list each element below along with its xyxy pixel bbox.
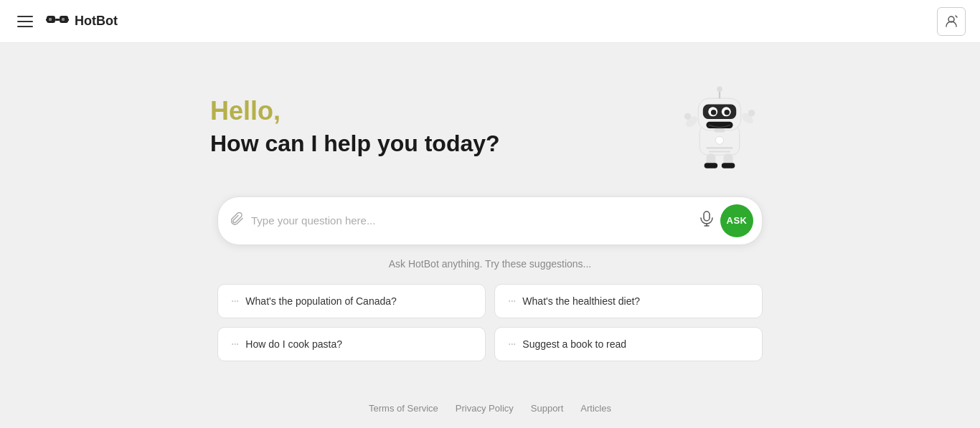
suggestion-text-4: Suggest a book to read	[522, 338, 626, 350]
suggestion-text-2: What's the healthiest diet?	[522, 295, 640, 307]
svg-rect-23	[706, 147, 732, 149]
menu-button[interactable]	[14, 13, 36, 30]
logo-area: HotBot	[46, 12, 118, 31]
suggestions-hint: Ask HotBot anything. Try these suggestio…	[389, 258, 591, 270]
chip-dots-2: ···	[508, 295, 515, 308]
ask-button[interactable]: ASK	[720, 204, 753, 237]
svg-point-21	[717, 86, 722, 91]
search-bar: ASK	[217, 196, 763, 245]
svg-point-17	[725, 110, 730, 115]
logo-icon	[46, 12, 69, 31]
footer: Terms of Service Privacy Policy Support …	[0, 389, 980, 428]
suggestion-chip-1[interactable]: ··· What's the population of Canada?	[217, 284, 486, 318]
footer-link-privacy[interactable]: Privacy Policy	[456, 403, 514, 414]
suggestion-chip-2[interactable]: ··· What's the healthiest diet?	[494, 284, 763, 318]
robot-svg	[677, 82, 763, 175]
attach-icon	[231, 212, 244, 229]
header: HotBot	[0, 0, 980, 43]
svg-rect-29	[705, 163, 718, 168]
suggestion-chip-3[interactable]: ··· How do I cook pasta?	[217, 327, 486, 361]
hero-section: Hello, How can I help you today?	[210, 82, 770, 175]
chip-dots-1: ···	[231, 295, 238, 308]
robot-illustration	[669, 82, 770, 175]
svg-rect-6	[62, 18, 65, 21]
svg-rect-5	[49, 18, 52, 21]
search-input[interactable]	[251, 214, 693, 227]
hello-heading: Hello,	[210, 96, 669, 126]
svg-rect-18	[715, 128, 725, 133]
main-content: Hello, How can I help you today?	[0, 43, 980, 428]
suggestion-text-3: How do I cook pasta?	[245, 338, 342, 350]
suggestion-chip-4[interactable]: ··· Suggest a book to read	[494, 327, 763, 361]
chip-dots-3: ···	[231, 338, 238, 351]
chip-dots-4: ···	[508, 338, 515, 351]
svg-line-8	[956, 16, 957, 17]
svg-rect-30	[722, 163, 735, 168]
suggestion-text-1: What's the population of Canada?	[245, 295, 397, 307]
hero-text: Hello, How can I help you today?	[210, 82, 669, 157]
user-button[interactable]	[937, 7, 966, 36]
svg-point-25	[684, 113, 691, 119]
svg-rect-31	[704, 211, 710, 221]
footer-link-terms[interactable]: Terms of Service	[369, 403, 438, 414]
logo-text: HotBot	[75, 14, 118, 29]
svg-rect-4	[68, 19, 69, 21]
footer-link-articles[interactable]: Articles	[580, 403, 611, 414]
svg-point-16	[711, 110, 716, 115]
header-left: HotBot	[14, 12, 118, 31]
footer-link-support[interactable]: Support	[531, 403, 564, 414]
mic-icon[interactable]	[700, 211, 713, 230]
svg-point-26	[748, 110, 755, 116]
svg-rect-2	[55, 19, 60, 21]
subtitle-heading: How can I help you today?	[210, 130, 669, 157]
svg-point-22	[715, 136, 723, 144]
svg-rect-3	[46, 19, 47, 21]
user-icon	[944, 14, 958, 29]
suggestions-grid: ··· What's the population of Canada? ···…	[217, 284, 763, 361]
svg-rect-24	[709, 151, 730, 152]
search-wrapper: ASK	[217, 196, 763, 245]
svg-rect-13	[703, 104, 736, 118]
